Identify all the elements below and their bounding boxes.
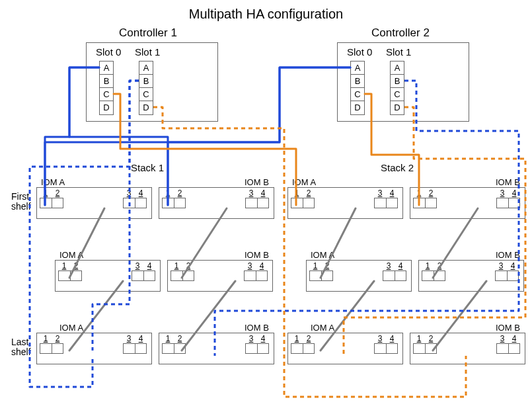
c1-s0-d: D — [100, 101, 113, 114]
s1r1-iomA-label: IOM A — [41, 177, 65, 187]
s2r1-iomA-label: IOM A — [292, 177, 316, 187]
s1r3A-p12: 12 — [40, 335, 63, 354]
c1-s1-c: C — [139, 88, 153, 101]
stack-2-label: Stack 2 — [381, 162, 414, 173]
s1r3B-p12: 12 — [162, 335, 186, 354]
s1r2B-p34: 34 — [244, 262, 268, 281]
s1r2-iomB-label: IOM B — [245, 250, 269, 260]
s2r3-iomB-label: IOM B — [496, 323, 520, 333]
c2-slot1-label: Slot 1 — [386, 46, 411, 58]
s2r1B-p12: 12 — [413, 189, 437, 208]
c1-s1-a: A — [139, 62, 153, 75]
controller-2-label: Controller 2 — [371, 26, 430, 40]
s2r2A-p12: 12 — [309, 262, 333, 281]
c1-slot0-label: Slot 0 — [96, 46, 121, 58]
s1r1A-p34: 34 — [123, 189, 147, 208]
c1-slot1-label: Slot 1 — [135, 46, 160, 58]
c1-slot0-ports: A B C D — [99, 61, 114, 115]
c2-s1-c: C — [391, 88, 404, 101]
controller-1-label: Controller 1 — [119, 26, 177, 40]
c1-s1-d: D — [139, 101, 153, 114]
s2r1A-p34: 34 — [374, 189, 398, 208]
c1-slot1-ports: A B C D — [139, 61, 153, 115]
s1r3-iomA-label: IOM A — [59, 323, 83, 333]
c2-s1-b: B — [391, 75, 404, 88]
c2-s1-a: A — [391, 62, 404, 75]
s2r1A-p12: 12 — [291, 189, 315, 208]
c1-s0-c: C — [100, 88, 113, 101]
s1r1-iomB-label: IOM B — [245, 177, 269, 187]
s1r3A-p34: 34 — [123, 335, 147, 354]
c2-s0-d: D — [351, 101, 364, 114]
c1-s1-b: B — [139, 75, 153, 88]
s1r1A-p12: 12 — [40, 189, 63, 208]
s2r3B-p34: 34 — [496, 335, 520, 354]
c2-slot1-ports: A B C D — [390, 61, 404, 115]
s1r2B-p12: 12 — [171, 262, 194, 281]
s1r3-iomB-label: IOM B — [245, 323, 269, 333]
page-title: Multipath HA configuration — [0, 7, 532, 22]
c2-slot0-label: Slot 0 — [347, 46, 372, 58]
s2r3B-p12: 12 — [413, 335, 437, 354]
s1r1B-p12: 12 — [162, 189, 186, 208]
s1r1B-p34: 34 — [245, 189, 269, 208]
s2r1-iomB-label: IOM B — [496, 177, 520, 187]
s1r2-iomA-label: IOM A — [59, 250, 83, 260]
c2-s0-b: B — [351, 75, 364, 88]
c2-s0-c: C — [351, 88, 364, 101]
s1r2A-p12: 12 — [58, 262, 82, 281]
s2r2B-p34: 34 — [495, 262, 519, 281]
c2-slot0-ports: A B C D — [350, 61, 365, 115]
s2r2B-p12: 12 — [422, 262, 445, 281]
c2-s1-d: D — [391, 101, 404, 114]
s2r2-iomA-label: IOM A — [311, 250, 334, 260]
s2r3-iomA-label: IOM A — [311, 323, 334, 333]
s2r1B-p34: 34 — [496, 189, 520, 208]
c1-s0-b: B — [100, 75, 113, 88]
s2r2A-p34: 34 — [383, 262, 406, 281]
c1-s0-a: A — [100, 62, 113, 75]
s2r3A-p12: 12 — [291, 335, 315, 354]
c2-s0-a: A — [351, 62, 364, 75]
s1r3B-p34: 34 — [245, 335, 269, 354]
stack-1-label: Stack 1 — [131, 162, 164, 173]
s2r2-iomB-label: IOM B — [496, 250, 520, 260]
s2r3A-p34: 34 — [374, 335, 398, 354]
last-shelf-label: Lastshelf — [11, 337, 31, 358]
s1r2A-p34: 34 — [132, 262, 155, 281]
first-shelf-label: Firstshelf — [11, 192, 31, 212]
